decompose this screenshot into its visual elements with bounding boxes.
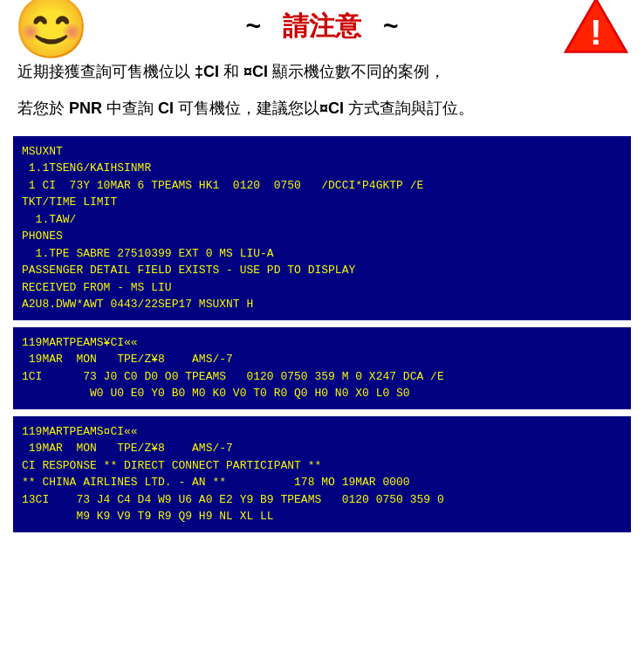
- header-section: 😊 ~ 請注意 ~ !: [13, 9, 631, 45]
- tilde-right: ~: [383, 11, 399, 40]
- terminal-block-2: 119MARTPEAMS¥CI«« 19MAR MON TPE/Z¥8 AMS/…: [13, 327, 631, 409]
- title-text: 請注意: [283, 11, 361, 40]
- page-title: ~ 請注意 ~: [245, 9, 398, 45]
- notice-line-1: 近期接獲查詢可售機位以 ‡CI 和 ¤CI 顯示機位數不同的案例，: [13, 58, 631, 86]
- terminal-block-1: MSUXNT 1.1TSENG/KAIHSINMR 1 CI 73Y 10MAR…: [13, 136, 631, 320]
- emoji-face-icon: 😊: [13, 0, 89, 63]
- notice-line-2: 若您於 PNR 中查詢 CI 可售機位，建議您以¤CI 方式查詢與訂位。: [13, 94, 631, 122]
- terminal-block-3: 119MARTPEAMS¤CI«« 19MAR MON TPE/Z¥8 AMS/…: [13, 416, 631, 532]
- tilde-left: ~: [245, 11, 261, 40]
- warning-triangle-icon: !: [561, 0, 631, 59]
- svg-text:!: !: [590, 12, 602, 52]
